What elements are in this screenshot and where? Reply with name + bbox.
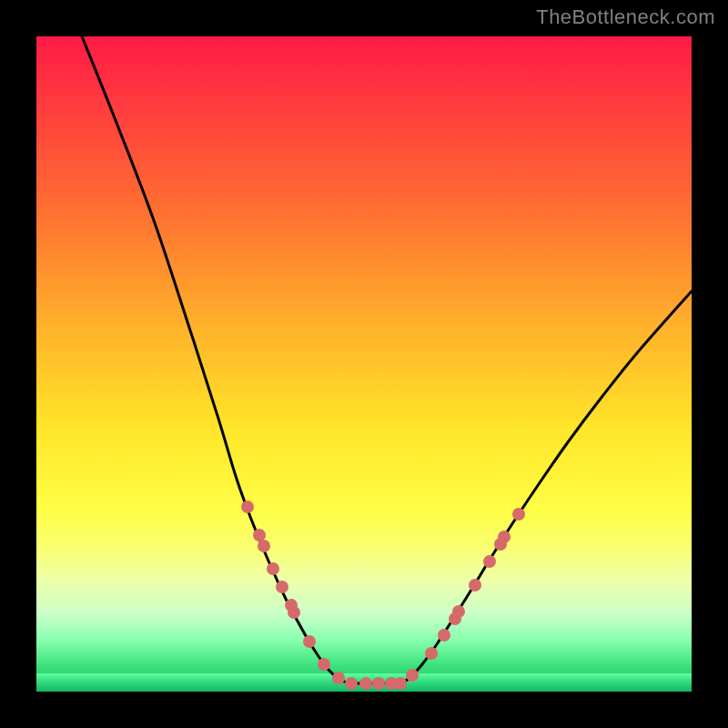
chart-svg bbox=[36, 36, 692, 692]
data-marker bbox=[345, 677, 358, 690]
data-marker bbox=[359, 677, 372, 690]
data-marker bbox=[498, 531, 511, 543]
data-marker bbox=[425, 647, 438, 660]
data-marker bbox=[241, 500, 254, 513]
data-marker bbox=[483, 555, 496, 568]
data-marker bbox=[288, 606, 300, 619]
data-marker bbox=[406, 669, 419, 682]
data-marker bbox=[258, 540, 270, 552]
data-marker bbox=[469, 579, 481, 592]
watermark-text: TheBottleneck.com bbox=[536, 5, 715, 29]
right-curve bbox=[400, 291, 692, 683]
data-marker bbox=[303, 635, 316, 648]
data-marker bbox=[267, 562, 279, 575]
data-marker bbox=[318, 658, 330, 671]
data-marker bbox=[394, 677, 407, 690]
data-marker bbox=[452, 605, 465, 618]
data-marker bbox=[438, 629, 450, 642]
data-marker bbox=[276, 581, 288, 593]
chart-frame: TheBottleneck.com bbox=[0, 0, 728, 728]
data-marker bbox=[512, 508, 525, 521]
data-marker bbox=[332, 672, 345, 684]
left-curve bbox=[82, 36, 351, 683]
plot-area bbox=[36, 36, 692, 692]
data-marker bbox=[372, 677, 385, 690]
data-marker bbox=[253, 529, 266, 541]
